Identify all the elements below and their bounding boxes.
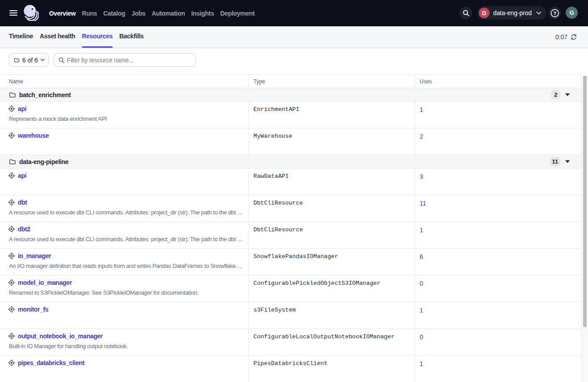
svg-text:?: ? — [553, 10, 556, 16]
